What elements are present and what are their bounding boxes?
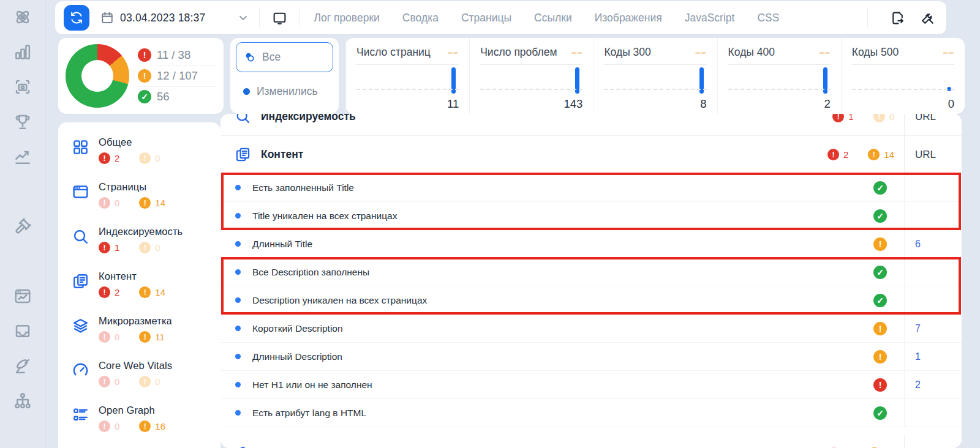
metric-value: 11 [356,97,459,111]
category-item[interactable]: Общее ! 2 ! 0 [64,130,215,170]
category-item[interactable]: Контент ! 2 ! 14 [64,264,215,304]
check-row[interactable]: Description уникален на всех страницах ✓ [221,286,962,315]
url-count[interactable] [904,202,962,230]
rail-item[interactable] [3,355,42,377]
section-header-next[interactable]: ! 0 ! 11 [221,435,962,448]
check-row[interactable]: Короткий Description ! 7 [221,315,962,343]
check-row[interactable]: Есть атрибут lang в HTML ✓ [221,399,962,427]
warnings-count: 0 [155,242,160,253]
checks-table: Индексируемость ! 1 ! 0 URL Контент ! 2 … [221,114,962,448]
bullet-icon [235,269,241,275]
metric-card[interactable]: Коды 300 –– 8 [593,38,717,114]
sitemap-icon [13,392,32,410]
errors-badge-group: ! 1 [99,242,119,253]
rail-item[interactable] [3,6,42,28]
error-badge-icon: ! [827,149,839,160]
errors-stat: ! 11 / 38 [138,45,216,65]
url-count[interactable] [904,286,962,314]
section-header-content[interactable]: Контент ! 2 ! 14 URL [221,136,962,174]
filter-changed-option[interactable]: Изменились [236,85,333,98]
metrics-panel: Число страниц –– 11 Число проблем –– 143 [345,38,965,114]
status-icon: ✓ [873,294,887,307]
warnings-count: 12 / 107 [157,69,198,83]
sparkline-bar [947,87,951,91]
filter-all-button[interactable]: Все [236,42,333,72]
check-row[interactable]: Есть заполненный Title ✓ [221,174,962,202]
bullet-icon [235,382,241,387]
category-item[interactable]: Open Graph ! 0 ! 16 [64,398,215,438]
topbar-actions [858,8,938,28]
tab[interactable]: Страницы [461,1,511,34]
metric-card[interactable]: Число страниц –– 11 [345,38,469,114]
export-button[interactable] [888,8,908,28]
category-label: Страницы [99,181,165,193]
tab-label: Страницы [461,12,511,24]
tab-bar: Лог проверки Сводка Страницы Ссылки Изоб… [314,1,779,34]
rail-item[interactable] [3,111,42,133]
check-label: Есть атрибут lang в HTML [252,408,366,419]
category-item[interactable]: Индексируемость ! 1 ! 0 [64,220,215,259]
rail-item[interactable] [3,390,42,412]
check-row[interactable]: Нет H1 или он не заполнен ! 2 [221,371,962,399]
device-preview-button[interactable] [270,8,290,28]
url-count[interactable]: 6 [904,230,962,258]
audit-date: 03.04.2023 18:37 [120,12,205,24]
check-row[interactable]: Все Description заполнены ✓ [221,258,962,286]
rail-item[interactable] [3,250,42,272]
warnings-stat: ! 12 / 107 [138,65,216,86]
metric-value: 8 [604,97,706,111]
metric-value: 0 [852,97,954,111]
refresh-button[interactable] [64,5,89,31]
category-item[interactable]: Микроразметка ! 0 ! 11 [64,309,215,349]
rail-item[interactable] [3,41,42,63]
url-count[interactable] [904,174,962,201]
section-header-indexability[interactable]: Индексируемость ! 1 ! 0 URL [221,114,962,136]
tab[interactable]: Сводка [402,1,439,34]
grid-icon [72,138,89,164]
rail-item[interactable] [3,425,42,447]
rail-item[interactable] [3,146,42,168]
check-label: Длинный Title [252,239,312,250]
divider [867,9,868,27]
check-row[interactable]: Длинный Description ! 1 [221,343,962,371]
rail-item[interactable] [3,215,42,237]
audit-date-picker[interactable]: 03.04.2023 18:37 [100,11,249,24]
tab[interactable]: Изображения [595,1,662,34]
category-item[interactable]: Core Web Vitals ! 0 ! 0 [64,354,215,394]
tab[interactable]: Ссылки [534,1,572,34]
bullet-icon [235,213,241,218]
url-count[interactable]: 1 [904,343,962,370]
tab[interactable]: JavaScript [685,1,735,34]
tools-button[interactable] [918,8,938,28]
tab[interactable]: Лог проверки [314,1,379,34]
warnings-count: 11 [155,332,165,342]
category-label: Общее [99,136,160,148]
url-count[interactable]: 2 [904,371,962,398]
metric-card[interactable]: Коды 400 –– 2 [717,38,841,114]
rail-item[interactable] [3,320,42,342]
category-item[interactable]: Страницы ! 0 ! 14 [64,175,215,215]
tab[interactable]: CSS [757,1,779,34]
errors-badge-group: ! 0 [99,420,119,432]
error-badge-icon: ! [832,114,844,122]
url-count[interactable] [904,258,962,286]
metric-card[interactable]: Число проблем –– 143 [469,38,593,114]
camera-scan-icon [13,78,32,96]
rail-item[interactable] [3,76,42,98]
warnings-badge-group: ! 0 [139,152,160,164]
warning-badge-icon: ! [868,149,880,160]
check-label: Description уникален на всех страницах [252,295,427,306]
bullet-icon [235,185,241,190]
warnings-count: 0 [889,114,894,122]
rail-item[interactable] [3,285,42,307]
metric-card[interactable]: Коды 500 –– 0 [841,38,965,114]
url-count[interactable]: 7 [904,315,962,342]
section-title: Индексируемость [261,114,356,123]
satellite-icon [13,357,32,375]
rail-item[interactable] [3,181,42,203]
check-row[interactable]: Длинный Title ! 6 [221,230,962,258]
url-count[interactable] [904,399,962,427]
check-row[interactable]: Title уникален на всех страницах ✓ [221,202,962,230]
divider [259,9,260,27]
monitor-icon [272,10,287,26]
